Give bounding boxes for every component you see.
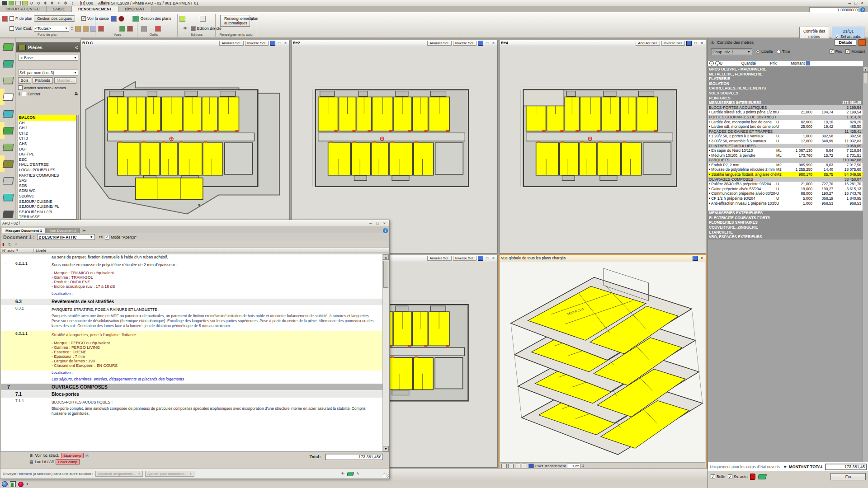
metrics-row-ch[interactable]: MENUISERIES EXTERIEURES	[708, 211, 863, 216]
render-icon[interactable]	[528, 464, 534, 469]
renseignements-auto-button[interactable]: Renseignements automatiques	[220, 15, 250, 27]
pieces-list-item[interactable]: BALCON	[18, 115, 76, 121]
montant-total-field[interactable]: 173 381,45	[825, 464, 867, 470]
sv-auto-checkbox[interactable]: ✓Sv. auto	[728, 474, 748, 479]
metrics-row-item[interactable]: • Anti-effraction niveau 1 prépeinte 103…	[708, 201, 863, 206]
plan-mode-icon[interactable]	[478, 256, 483, 261]
pieces-list-item[interactable]: DGT/ PL	[18, 152, 76, 157]
pieces-list-item[interactable]: CH.	[18, 121, 76, 126]
rooms-tool-icon[interactable]	[0, 155, 16, 172]
palette-icon[interactable]	[111, 16, 117, 22]
doc-maximize-icon[interactable]: □	[376, 221, 378, 225]
window-maximize-icon[interactable]: □	[485, 256, 490, 260]
bulle-checkbox[interactable]: ✓Bulle	[711, 474, 725, 479]
menu-tab-bimchant[interactable]: BimCHANT	[118, 6, 151, 12]
plan-window-r2-header[interactable]: R+2 Annuler Sel. Inverse Sel. □ ×	[292, 40, 497, 46]
document-scrollbar[interactable]: ▲▼	[382, 254, 389, 451]
metrics-row-sub[interactable]: OUVRAGES COMPOSES38 450,07	[708, 177, 863, 182]
pieces-list-item[interactable]: CH3	[18, 141, 76, 147]
grid-b-icon[interactable]	[127, 26, 133, 32]
col-prix[interactable]: Prix	[756, 61, 777, 66]
centrer-spinner[interactable]: ▲▼	[18, 92, 20, 96]
chapter-level-dropdown[interactable]: Chap. niv. 1▼	[711, 48, 752, 55]
pieces-list-item[interactable]: PARTIES COMMUNES	[18, 173, 76, 178]
doc-block-ch2[interactable]: 6.3Revêtements de sol stratifiés	[1, 299, 382, 305]
document-content[interactable]: au sens du parquet, fixation éventuelle …	[1, 254, 382, 451]
centrer-checkbox[interactable]: Centrer	[22, 92, 40, 96]
copy-icon[interactable]: ⎘	[85, 453, 89, 458]
metrics-row-item[interactable]: • Mousse de polyoléfine réticulée 2 mmM2…	[708, 167, 863, 172]
plafonds-button[interactable]: Plafonds	[33, 77, 53, 84]
close-button[interactable]: ×	[861, 0, 863, 5]
metrics-row-ch[interactable]: VRD, ESPACES EXTERIEURS	[708, 235, 863, 239]
edition-directe-button[interactable]: Edition directe	[191, 26, 222, 31]
voir-loc-struct-label[interactable]: Voir loc struct.	[35, 453, 59, 458]
metrics-row-item[interactable]: • En sapin du Nord 10/110ML1 087,1306,64…	[708, 148, 863, 153]
metrics-row-item[interactable]: • Gaine prépeinte alvéo 53/204U19,000190…	[708, 187, 863, 192]
bench1-icon[interactable]	[75, 26, 81, 32]
doc-block-ihead[interactable]: ·6.2.1.1Sous-couche en mousse de polyolé…	[1, 261, 382, 271]
globe-icon[interactable]	[2, 481, 8, 487]
fin-button[interactable]: Fin	[830, 473, 866, 480]
refresh-doc-icon[interactable]: ↻	[8, 242, 12, 247]
window-close-icon[interactable]: ×	[491, 256, 496, 260]
metrics-row-sub[interactable]: FAÇADES DE GAINES ET TRAPPES11 425,41	[708, 129, 863, 134]
metrics-row-ch[interactable]: MENUISERIES INTERIEURES173 381,45	[708, 100, 863, 105]
metrics-row-ch[interactable]: PEINTURES	[708, 96, 863, 101]
hb-icon[interactable]	[22, 1, 28, 5]
pen-icon[interactable]: ✎	[356, 472, 359, 476]
sauv-comp-button[interactable]: Sauv comp	[61, 453, 84, 458]
window-close-icon[interactable]: ×	[283, 41, 288, 45]
metrics-row-item[interactable]: • 3.00/2.50, ensemble à 5 vantauxU17,000…	[708, 139, 863, 144]
inverse-sel-button[interactable]: Inverse Sel.	[661, 41, 685, 46]
annuler-sel-button[interactable]: Annuler Sel.	[427, 41, 452, 46]
undo-icon[interactable]: ↺	[29, 1, 34, 5]
loc-lit-label[interactable]: Loc Lit / Aff	[35, 460, 54, 464]
plan-window-rdc-header[interactable]: R D C Annuler Sel. Inverse Sel. □ ×	[81, 40, 289, 46]
metrics-row-ch[interactable]: ELECTRICITE COURANTS FORTS	[708, 216, 863, 221]
ajouter-dropdown[interactable]: Ajouter pour déduction...▼	[145, 471, 194, 477]
window-close-icon[interactable]: ×	[699, 41, 704, 45]
eye2-icon[interactable]: 👁	[341, 472, 344, 476]
metrics-row-item[interactable]: • CF 1/2 h prépeinte 93/204U5,000368,191…	[708, 196, 863, 201]
metrics-row-sub[interactable]: PARQUETS110 042,68	[708, 158, 863, 163]
metrics-row-sub[interactable]: PLINTHES ET MOULURES9 950,05	[708, 144, 863, 149]
document-dropdown[interactable]: 2 DESCRIPTIF ATTIC▼	[37, 234, 95, 240]
pieces-list-item[interactable]: CH.1	[18, 126, 76, 131]
bomb-icon[interactable]	[118, 16, 124, 22]
save-icon[interactable]	[15, 1, 21, 5]
green-book-tool-icon[interactable]	[0, 122, 16, 139]
metrics-row-sub[interactable]: BLOCS-PORTES ACOUSTIQUES2 199,54	[708, 105, 863, 110]
doc-block-locl[interactable]: Localisation :	[1, 291, 382, 298]
print-icon[interactable]: 🖶	[74, 92, 78, 96]
modifier-button[interactable]: Modifier...	[54, 77, 76, 84]
doc-block-ihead2[interactable]: ·7.1.1BLOCS-PORTES ACOUSTIQUES :	[1, 399, 382, 406]
expand-down-icon[interactable]: ⌄	[715, 61, 720, 66]
window-maximize-icon[interactable]: □	[277, 41, 282, 45]
doc-tools-icon[interactable]: ✂	[99, 235, 103, 239]
voir-loc-struct-icon[interactable]: 🗏	[29, 453, 33, 458]
plan-mode-icon[interactable]	[270, 41, 275, 46]
plan-window-r4-header[interactable]: R+4 Annuler Sel. Inverse Sel. □ ×	[500, 40, 706, 46]
pieces-list-item[interactable]: DGT	[18, 147, 76, 152]
money2-icon[interactable]	[347, 472, 354, 476]
prix-checkbox[interactable]: ✓Prix	[830, 49, 842, 54]
view3d-header[interactable]: Vue globale de tous les plans chargés ×	[500, 255, 706, 261]
plan-canvas-r4[interactable]	[500, 47, 705, 253]
expand-right-icon[interactable]: ›	[709, 61, 714, 66]
metrics-row-item[interactable]: • Communication prépeinte alvéo 83/204U8…	[708, 191, 863, 196]
grid-icon[interactable]	[501, 464, 507, 469]
teal-book-tool-icon[interactable]	[0, 105, 16, 122]
coul-spinner[interactable]: ▲▼	[71, 26, 73, 31]
image-select-icon[interactable]	[200, 16, 206, 22]
add-one-icon[interactable]	[9, 1, 14, 5]
doc-block-cont[interactable]: au sens du parquet, fixation éventuelle …	[1, 254, 382, 261]
col-libelle[interactable]: Libellé	[34, 249, 46, 253]
col-montant[interactable]: Montant	[777, 61, 806, 66]
pieces-list-item[interactable]: SDB	[18, 183, 76, 189]
pieces-list-item[interactable]: SEJOUR/ CUISINE	[18, 199, 76, 205]
total-field[interactable]: 173 381,45€	[325, 454, 383, 460]
annuler-sel-button[interactable]: Annuler Sel.	[636, 41, 660, 46]
pieces-list-item[interactable]: CH.3	[18, 136, 76, 141]
afficher-selection-checkbox[interactable]: Afficher sélection / articles	[18, 85, 66, 90]
